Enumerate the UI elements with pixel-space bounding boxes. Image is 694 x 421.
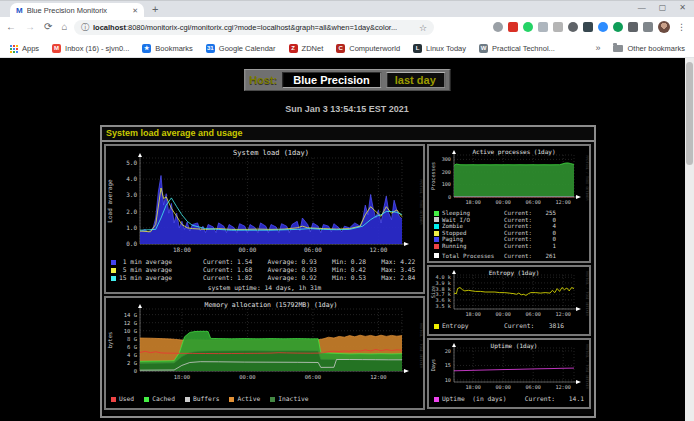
sheets-ext-icon[interactable] bbox=[613, 22, 623, 32]
profile-avatar[interactable] bbox=[658, 21, 670, 33]
svg-text:10 G: 10 G bbox=[124, 328, 137, 334]
notes-ext-icon[interactable] bbox=[553, 22, 563, 32]
maximize-icon[interactable]: ▢ bbox=[659, 3, 667, 12]
bookmark-item[interactable]: CComputerworld bbox=[336, 44, 400, 53]
tab-close-icon[interactable]: ✕ bbox=[132, 7, 138, 15]
other-bookmarks[interactable]: Other bookmarks bbox=[613, 44, 685, 53]
bookmark-item[interactable]: MInbox (16) - sjvn0... bbox=[52, 44, 129, 53]
browser-menu-icon[interactable]: ⋮ bbox=[677, 22, 686, 32]
svg-text:Days: Days bbox=[430, 359, 437, 372]
legend-text: Zombie bbox=[442, 223, 504, 230]
svg-text:6 G: 6 G bbox=[127, 344, 137, 350]
legend-text: 0 bbox=[538, 230, 556, 237]
system-load-chart[interactable]: 0.01.02.03.04.05.018:0000:0006:0012:00Sy… bbox=[106, 146, 423, 258]
entropy-chart[interactable]: 3.5 k3.6 k3.7 k3.8 k3.9 k4.0 k18:0000:00… bbox=[429, 267, 589, 320]
zdnet-icon: Z bbox=[289, 44, 298, 53]
new-tab-button[interactable]: + bbox=[152, 3, 158, 15]
legend-text: Current: 1.54 Average: 0.93 Min: 0.28 Ma… bbox=[203, 258, 415, 266]
bookmark-label: Bookmarks bbox=[155, 44, 193, 53]
bookmark-item[interactable]: WPractical Technol... bbox=[479, 44, 555, 53]
bookmark-item[interactable]: LLinux Today bbox=[413, 44, 466, 53]
wordpress-icon: W bbox=[479, 44, 488, 53]
host-bar: Host: Blue Precision last day bbox=[244, 69, 450, 91]
extensions-puzzle-icon[interactable] bbox=[628, 22, 638, 32]
svg-text:Memory allocation (15792MB) (: Memory allocation (15792MB) (1day) bbox=[204, 301, 337, 309]
system-load-graph[interactable]: 0.01.02.03.04.05.018:0000:0006:0012:00Sy… bbox=[104, 144, 425, 294]
page-scrollbar[interactable] bbox=[685, 58, 694, 421]
svg-text:3.7 k: 3.7 k bbox=[435, 291, 451, 297]
legend-swatch bbox=[111, 260, 116, 265]
memory-graph[interactable]: 02 G4 G6 G8 G10 G12 G14 G18:0000:0006:00… bbox=[104, 296, 425, 410]
legend-row: 5 min averageCurrent: 1.68 Average: 0.93… bbox=[111, 266, 418, 274]
apps-shortcut[interactable]: Apps bbox=[9, 44, 39, 53]
legend-item: Buffers bbox=[185, 395, 220, 403]
uptime-chart[interactable]: 10152018:0000:0006:0012:00Uptime (1day)D… bbox=[429, 340, 589, 393]
bookmark-item[interactable]: 31Google Calendar bbox=[206, 44, 276, 53]
phone-call-ext-icon[interactable] bbox=[523, 22, 533, 32]
browser-toolbar: ← → ⟳ ⌂ ⓘ localhost:8080/monitorix-cgi/m… bbox=[0, 17, 694, 39]
close-icon[interactable]: ✕ bbox=[679, 3, 686, 12]
host-name: Blue Precision bbox=[282, 72, 380, 88]
processes-graph[interactable]: 010020030018:0000:0006:0012:00Active pro… bbox=[427, 144, 591, 263]
processes-legend: SleepingCurrent:255Wait I/OCurrent:0Zomb… bbox=[429, 210, 589, 259]
legend-text: 1 min average bbox=[119, 258, 203, 266]
svg-text:2 G: 2 G bbox=[127, 360, 137, 366]
zoom-meet-ext-icon[interactable] bbox=[598, 22, 608, 32]
gmail-icon: M bbox=[52, 44, 61, 53]
monitorix-favicon-icon: M bbox=[16, 7, 23, 15]
memory-chart[interactable]: 02 G4 G6 G8 G10 G12 G14 G18:0000:0006:00… bbox=[106, 298, 423, 393]
tab-list-icon[interactable] bbox=[643, 22, 653, 32]
svg-text:0: 0 bbox=[134, 368, 137, 374]
legend-row: 1 min averageCurrent: 1.54 Average: 0.93… bbox=[111, 258, 418, 266]
bookmark-label: Google Calendar bbox=[219, 44, 276, 53]
eye-ext-icon[interactable] bbox=[568, 22, 578, 32]
legend-swatch bbox=[111, 397, 116, 402]
processes-chart[interactable]: 010020030018:0000:0006:0012:00Active pro… bbox=[429, 146, 589, 210]
legend-text: 4 bbox=[538, 223, 556, 230]
svg-text:Active processes (1day): Active processes (1day) bbox=[472, 148, 555, 156]
forward-icon[interactable]: → bbox=[25, 21, 35, 32]
svg-text:System load (1day): System load (1day) bbox=[233, 149, 309, 157]
pages-copy-ext-icon[interactable] bbox=[538, 22, 548, 32]
screen-share-ext-icon[interactable] bbox=[583, 22, 593, 32]
svg-text:4 G: 4 G bbox=[127, 352, 137, 358]
legend-text: Sleeping bbox=[442, 210, 504, 217]
uptime-graph[interactable]: 10152018:0000:0006:0012:00Uptime (1day)D… bbox=[427, 338, 591, 409]
home-icon[interactable]: ⌂ bbox=[61, 21, 67, 32]
page-info-icon[interactable]: ⓘ bbox=[81, 22, 89, 33]
svg-text:RRDTOOL / TOBI OETIKER: RRDTOOL / TOBI OETIKER bbox=[585, 156, 589, 202]
browser-tab[interactable]: M Blue Precision Monitorix ✕ bbox=[10, 3, 144, 18]
svg-text:Processes: Processes bbox=[430, 162, 436, 190]
system-load-legend: 1 min averageCurrent: 1.54 Average: 0.93… bbox=[106, 258, 423, 292]
address-bar[interactable]: ⓘ localhost:8080/monitorix-cgi/monitorix… bbox=[74, 20, 434, 35]
gmail-envelope-ext-icon[interactable] bbox=[508, 22, 518, 32]
svg-text:0.0: 0.0 bbox=[126, 240, 137, 247]
host-label: Host: bbox=[249, 74, 277, 86]
back-icon[interactable]: ← bbox=[6, 21, 16, 32]
legend-swatch bbox=[144, 397, 149, 402]
legend-text: Current: bbox=[504, 210, 538, 217]
scrollbar-thumb[interactable] bbox=[686, 62, 693, 165]
bookmark-item[interactable]: ★Bookmarks bbox=[142, 44, 193, 53]
legend-item: Cached bbox=[144, 395, 175, 403]
tab-strip: M Blue Precision Monitorix ✕ + — ▢ ✕ bbox=[0, 0, 694, 17]
svg-text:2.0: 2.0 bbox=[126, 208, 137, 215]
legend-swatch bbox=[185, 397, 190, 402]
bookmark-item[interactable]: ZZDNet bbox=[289, 44, 324, 53]
svg-text:300: 300 bbox=[442, 156, 451, 162]
legend-text: 3816 bbox=[538, 322, 564, 330]
svg-text:10: 10 bbox=[445, 377, 451, 383]
url-text[interactable]: localhost:8080/monitorix-cgi/monitorix.c… bbox=[93, 23, 415, 32]
zoom-search-ext-icon[interactable] bbox=[493, 22, 503, 32]
bookmarks-overflow-icon[interactable]: » bbox=[595, 43, 600, 53]
legend-text: Current: bbox=[525, 395, 559, 403]
minimize-icon[interactable]: — bbox=[638, 3, 646, 12]
entropy-graph[interactable]: 3.5 k3.6 k3.7 k3.8 k3.9 k4.0 k18:0000:00… bbox=[427, 265, 591, 336]
legend-text: Current: bbox=[504, 322, 538, 330]
svg-text:06:00: 06:00 bbox=[305, 374, 322, 380]
url-rest: :8080/monitorix-cgi/monitorix.cgi?mode=l… bbox=[126, 23, 397, 32]
monitorix-page: Host: Blue Precision last day Sun Jan 3 … bbox=[0, 58, 694, 421]
legend-text: Used bbox=[119, 395, 134, 403]
bookmark-star-icon[interactable]: ☆ bbox=[419, 23, 427, 33]
reload-icon[interactable]: ⟳ bbox=[44, 21, 52, 32]
